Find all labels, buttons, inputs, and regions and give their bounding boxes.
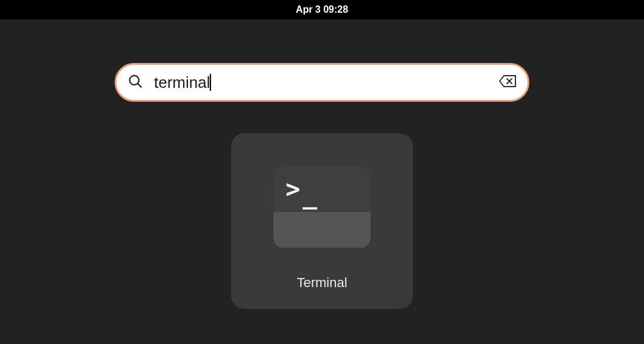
app-tile-terminal[interactable]: > _ Terminal	[231, 133, 413, 309]
top-bar: Apr 3 09:28	[0, 0, 644, 19]
terminal-icon: > _	[273, 167, 371, 248]
activities-overview: terminal > _ Terminal	[0, 19, 644, 309]
clock-datetime[interactable]: Apr 3 09:28	[296, 4, 348, 15]
search-results: > _ Terminal	[231, 133, 413, 309]
terminal-prompt-glyph: >	[286, 177, 300, 201]
backspace-icon[interactable]	[498, 74, 517, 90]
search-input[interactable]: terminal	[143, 73, 498, 92]
terminal-cursor-glyph: _	[303, 183, 317, 207]
svg-line-1	[138, 84, 141, 87]
text-cursor	[210, 74, 211, 91]
search-field[interactable]: terminal	[115, 63, 529, 102]
search-icon	[127, 73, 143, 91]
terminal-icon-screen: > _	[273, 167, 371, 213]
search-input-text: terminal	[154, 73, 210, 92]
app-label: Terminal	[297, 275, 347, 291]
terminal-icon-base	[273, 212, 371, 248]
